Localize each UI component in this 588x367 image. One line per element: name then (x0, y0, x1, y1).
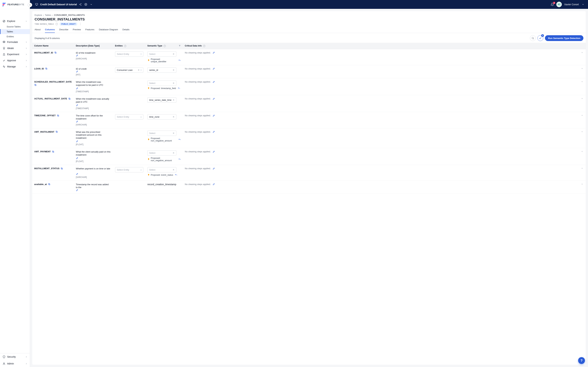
edit-description-icon[interactable] (76, 87, 111, 90)
expand-row-icon[interactable] (581, 167, 584, 169)
copy-icon[interactable] (56, 131, 58, 133)
chevron-down-icon[interactable] (89, 3, 93, 6)
entities-info-icon[interactable]: ? (124, 45, 126, 47)
tab[interactable]: Database Diagram (99, 28, 118, 33)
edit-description-icon[interactable] (76, 157, 111, 159)
expand-row-icon[interactable] (581, 67, 584, 70)
tab[interactable]: About (34, 28, 41, 33)
clear-semantic-icon[interactable]: ✕ (173, 69, 174, 71)
breadcrumb-root[interactable]: Explore (34, 14, 42, 16)
clear-semantic-icon[interactable]: ✕ (173, 152, 174, 154)
clear-semantic-icon[interactable]: ✕ (173, 168, 174, 171)
clear-semantic-icon[interactable]: ✕ (173, 99, 174, 101)
sidebar-subitem[interactable]: Source Tables (0, 24, 30, 29)
sidebar-item[interactable]: Formulate (0, 39, 30, 45)
edit-description-icon[interactable] (76, 70, 111, 73)
expand-row-icon[interactable] (581, 97, 584, 100)
sidebar-subitem[interactable]: Tables (0, 29, 30, 34)
tab[interactable]: Details (122, 28, 129, 33)
semantic-select[interactable]: series_id✕ (148, 67, 176, 73)
expand-row-icon[interactable] (581, 114, 584, 117)
clear-semantic-icon[interactable]: ✕ (173, 116, 174, 118)
copy-icon[interactable] (57, 114, 59, 117)
semantic-select[interactable]: time_zone✕ (148, 114, 176, 119)
undo-proposal-icon[interactable] (178, 59, 181, 62)
edit-cdi-icon[interactable] (213, 167, 215, 170)
semantic-select[interactable]: Select✕ (148, 81, 176, 86)
tab[interactable]: Features (85, 28, 94, 33)
edit-cdi-icon[interactable] (213, 150, 215, 153)
help-button[interactable]: ? (578, 357, 585, 364)
edit-description-icon[interactable] (76, 54, 111, 57)
expand-row-icon[interactable] (581, 183, 584, 185)
clear-semantic-icon[interactable]: ✕ (173, 132, 174, 134)
copy-icon[interactable] (68, 98, 71, 100)
sidebar-item[interactable]: Ideate (0, 45, 30, 51)
copy-icon[interactable] (34, 84, 72, 86)
semantic-select[interactable]: Select✕ (148, 131, 176, 136)
tab[interactable]: Describe (59, 28, 68, 33)
edit-cdi-icon[interactable] (213, 51, 215, 54)
sidebar-item[interactable]: Security (0, 353, 30, 360)
copy-icon[interactable] (61, 167, 63, 170)
sidebar-collapse-button[interactable] (28, 3, 32, 7)
undo-proposal-icon[interactable] (175, 174, 177, 176)
undo-proposal-icon[interactable] (178, 87, 180, 90)
sidebar-item[interactable]: Admin (0, 360, 30, 367)
entity-select[interactable]: Select Entity▴▾ (115, 114, 143, 119)
semantic-select[interactable]: Select✕ (148, 167, 176, 172)
edit-description-icon[interactable] (76, 189, 111, 191)
tab[interactable]: Columns (45, 28, 55, 33)
edit-cdi-icon[interactable] (213, 67, 215, 70)
semantic-select[interactable]: Select✕ (148, 150, 176, 156)
edit-cdi-icon[interactable] (213, 98, 215, 100)
expand-row-icon[interactable] (581, 51, 584, 54)
entity-select[interactable]: Select Entity▴▾ (115, 167, 143, 172)
tab[interactable]: Preview (73, 28, 81, 33)
clear-semantic-icon[interactable]: ✕ (173, 53, 174, 55)
semantic-filter-icon[interactable] (179, 45, 181, 47)
edit-description-icon[interactable] (76, 120, 111, 123)
notifications-button[interactable]: 6 (551, 3, 554, 6)
entity-select[interactable]: Consumer Loan✕▴▾ (115, 67, 143, 73)
expand-row-icon[interactable] (581, 150, 584, 152)
search-button[interactable] (530, 35, 536, 41)
sidebar-item[interactable]: Manage (0, 64, 30, 70)
undo-proposal-icon[interactable] (178, 158, 181, 160)
brand-logo[interactable]: FEATUREBYTE (0, 0, 30, 8)
sidebar-item[interactable]: Approve (0, 57, 30, 64)
semantic-info-icon[interactable]: ? (163, 45, 166, 47)
sidebar-subitem[interactable]: Entities (0, 34, 30, 39)
copy-icon[interactable] (48, 183, 50, 185)
edit-description-icon[interactable] (76, 173, 111, 175)
edit-cdi-icon[interactable] (213, 81, 215, 83)
cdi-info-icon[interactable]: ? (203, 45, 205, 47)
share-icon[interactable] (78, 3, 82, 6)
gear-icon[interactable] (84, 3, 88, 6)
entity-select[interactable]: Select Entity▴▾ (115, 51, 143, 57)
edit-cdi-icon[interactable] (213, 114, 215, 117)
user-menu-chevron-icon[interactable] (581, 3, 585, 6)
edit-cdi-icon[interactable] (213, 183, 215, 185)
copy-icon[interactable] (54, 51, 57, 54)
edit-cdi-icon[interactable] (213, 131, 215, 133)
undo-proposal-icon[interactable] (178, 138, 181, 141)
edit-description-icon[interactable] (76, 104, 111, 106)
semantic-select[interactable]: Select✕ (148, 51, 176, 57)
status-menu-button[interactable]: ⋮ (79, 23, 82, 25)
expand-row-icon[interactable] (581, 131, 584, 133)
monitor-icon[interactable] (35, 3, 39, 6)
run-semantic-detection-button[interactable]: Run Semantic Type Detection (545, 35, 583, 41)
clear-semantic-icon[interactable]: ✕ (173, 82, 174, 84)
sidebar-item[interactable]: Explore (0, 18, 30, 24)
avatar[interactable]: XC (556, 2, 562, 7)
expand-row-icon[interactable] (581, 81, 584, 83)
clear-entity-icon[interactable]: ✕ (138, 69, 140, 71)
copy-icon[interactable] (52, 150, 54, 153)
sidebar-item[interactable]: Experiment (0, 51, 30, 57)
edit-description-icon[interactable] (76, 140, 111, 142)
copy-icon[interactable] (45, 67, 48, 70)
breadcrumb-mid[interactable]: Tables (45, 14, 51, 16)
table-type-info-icon[interactable]: ? (56, 23, 58, 25)
semantic-select[interactable]: time_series_date_time✕ (148, 97, 176, 103)
